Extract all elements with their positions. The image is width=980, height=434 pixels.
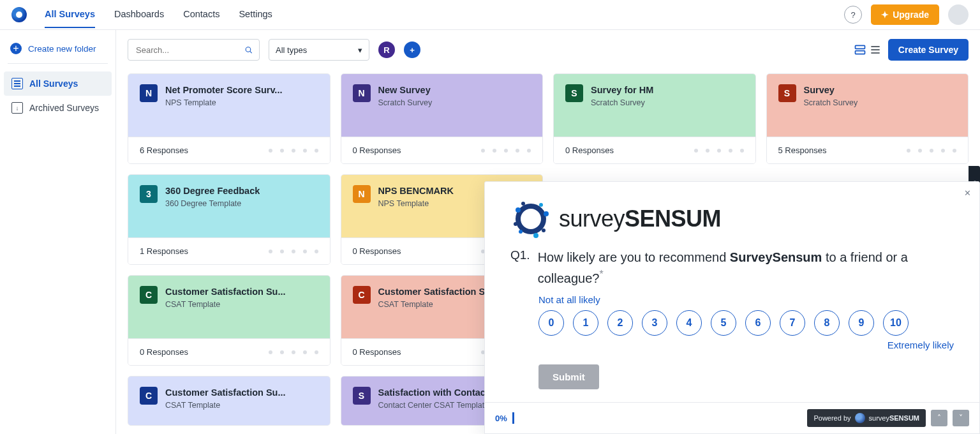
card-tile-icon: S [353, 387, 371, 405]
nps-option-7[interactable]: 7 [780, 310, 805, 336]
nps-option-5[interactable]: 5 [711, 310, 736, 336]
card-subtitle: Scratch Survey [804, 98, 858, 107]
card-tile-icon: C [140, 286, 158, 304]
sidebar-item-all-surveys[interactable]: All Surveys [4, 71, 112, 96]
type-filter-select[interactable]: All types ▾ [269, 39, 369, 61]
card-title: Customer Satisfaction Su... [165, 286, 286, 297]
nps-option-9[interactable]: 9 [849, 310, 874, 336]
chevron-down-icon: ▾ [358, 45, 362, 55]
close-icon[interactable]: ✕ [961, 187, 973, 198]
card-status-dots [481, 149, 531, 153]
upgrade-label: Upgrade [893, 10, 929, 20]
svg-point-9 [533, 233, 538, 238]
survey-card[interactable]: C Customer Satisfaction Su... CSAT Templ… [128, 376, 330, 426]
list-icon [11, 78, 23, 89]
add-chip-button[interactable]: + [404, 41, 420, 58]
card-responses: 0 Responses [353, 246, 401, 256]
prev-button[interactable]: ˄ [931, 410, 947, 426]
user-avatar[interactable] [948, 4, 969, 25]
card-subtitle: Contact Center CSAT Template [378, 401, 496, 410]
mini-logo-icon [855, 413, 865, 423]
powered-by-badge[interactable]: Powered by surveySENSUM [807, 409, 926, 427]
nps-option-4[interactable]: 4 [676, 310, 702, 336]
card-title: Customer Satisfaction Su... [378, 286, 499, 297]
card-tile-icon: S [778, 84, 796, 102]
svg-point-11 [514, 222, 517, 226]
card-status-dots [907, 149, 956, 153]
card-subtitle: CSAT Template [165, 401, 286, 410]
card-subtitle: CSAT Template [378, 300, 499, 309]
search-input-wrap[interactable] [128, 39, 260, 61]
nps-option-2[interactable]: 2 [607, 310, 633, 336]
card-title: Customer Satisfaction Su... [165, 387, 286, 398]
survey-card[interactable]: S Survey Scratch Survey 5 Responses [766, 73, 969, 164]
card-title: New Survey [378, 84, 433, 96]
card-responses: 6 Responses [140, 146, 188, 155]
card-subtitle: 360 Degree Template [165, 199, 260, 208]
archive-icon [11, 102, 23, 114]
search-input[interactable] [135, 45, 244, 56]
view-toggle [854, 43, 882, 56]
popup-brand: surveySENSUM [510, 198, 954, 239]
nps-option-6[interactable]: 6 [745, 310, 771, 336]
list-view-icon[interactable] [869, 43, 882, 56]
svg-point-10 [519, 230, 523, 234]
scale-label-left: Not at all likely [538, 294, 600, 305]
survey-card[interactable]: S Survey for HM Scratch Survey 0 Respons… [553, 73, 756, 164]
card-responses: 0 Responses [353, 146, 401, 155]
main-nav: All Surveys Dashboards Contacts Settings [45, 1, 272, 28]
card-subtitle: CSAT Template [165, 300, 286, 309]
nps-option-8[interactable]: 8 [814, 310, 840, 336]
card-title: Survey [804, 84, 858, 96]
nav-all-surveys[interactable]: All Surveys [45, 1, 95, 28]
nav-dashboards[interactable]: Dashboards [114, 1, 164, 28]
app-logo-icon [11, 7, 27, 22]
card-subtitle: NPS Template [378, 199, 454, 208]
nps-option-1[interactable]: 1 [573, 310, 598, 336]
svg-point-8 [542, 228, 546, 232]
sidebar-item-label: All Surveys [29, 79, 78, 89]
svg-point-5 [521, 202, 525, 206]
help-button[interactable]: ? [844, 6, 862, 24]
scale-label-right: Extremely likely [538, 340, 954, 350]
surveysensum-logo-icon [510, 198, 551, 239]
nps-option-3[interactable]: 3 [642, 310, 667, 336]
survey-card[interactable]: N Net Promoter Score Surv... NPS Templat… [128, 73, 330, 164]
sidebar-item-archived[interactable]: Archived Surveys [4, 96, 112, 120]
nps-option-0[interactable]: 0 [538, 310, 564, 336]
card-responses: 0 Responses [565, 146, 614, 155]
sidebar-divider [8, 63, 108, 64]
nav-contacts[interactable]: Contacts [183, 1, 219, 28]
top-bar: All Surveys Dashboards Contacts Settings… [0, 0, 980, 30]
progress: 0% [495, 412, 514, 424]
create-folder-button[interactable]: + Create new folder [4, 38, 112, 59]
survey-card[interactable]: N New Survey Scratch Survey 0 Responses [341, 73, 544, 164]
card-subtitle: Scratch Survey [378, 98, 433, 107]
card-responses: 1 Responses [140, 246, 188, 256]
progress-value: 0% [495, 414, 507, 423]
question-number: Q1. [510, 248, 530, 288]
svg-point-0 [246, 47, 251, 52]
upgrade-button[interactable]: ✦ Upgrade [871, 4, 939, 25]
card-responses: 0 Responses [140, 347, 188, 357]
card-status-dots [269, 350, 318, 354]
card-status-dots [694, 149, 744, 153]
card-tile-icon: S [565, 84, 583, 102]
progress-bar-icon [512, 412, 514, 424]
nps-option-10[interactable]: 10 [883, 310, 909, 336]
grid-view-icon[interactable] [854, 43, 866, 56]
submit-button[interactable]: Submit [538, 364, 599, 389]
create-survey-button[interactable]: Create Survey [888, 39, 969, 61]
card-subtitle: Scratch Survey [591, 98, 653, 107]
svg-point-6 [539, 203, 543, 207]
survey-card[interactable]: C Customer Satisfaction Su... CSAT Templ… [128, 275, 330, 366]
card-status-dots [269, 149, 318, 153]
user-chip[interactable]: R [378, 41, 395, 58]
next-button[interactable]: ˅ [953, 410, 969, 426]
nav-settings[interactable]: Settings [239, 1, 272, 28]
survey-card[interactable]: 3 360 Degree Feedback 360 Degree Templat… [128, 174, 330, 265]
card-title: Net Promoter Score Surv... [165, 84, 282, 96]
sparkle-icon: ✦ [881, 10, 889, 20]
svg-rect-2 [855, 51, 865, 54]
toolbar: All types ▾ R + Create Survey [128, 39, 969, 61]
